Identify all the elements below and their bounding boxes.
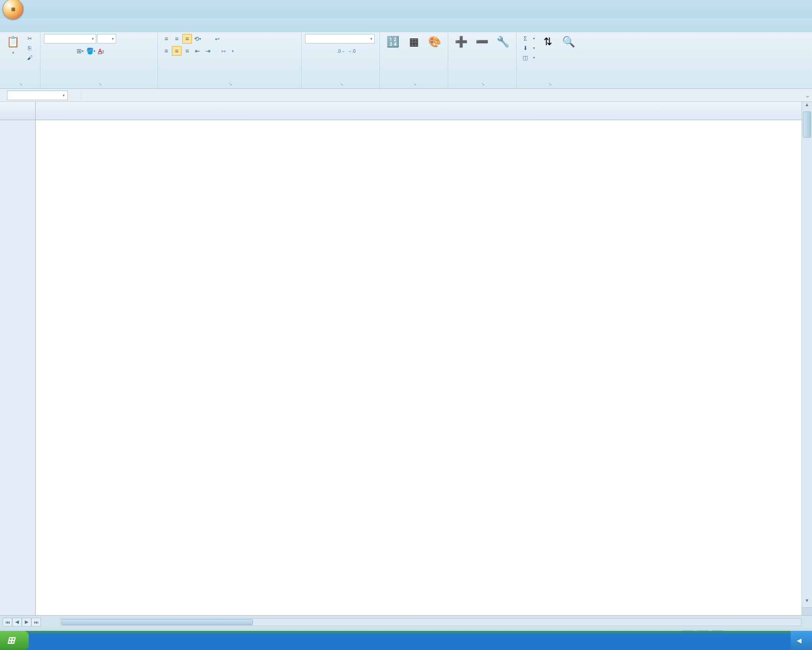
- window-controls: [772, 2, 809, 10]
- shrink-font-button[interactable]: [128, 34, 137, 44]
- align-left-button[interactable]: ≡: [161, 46, 171, 56]
- eraser-icon: ◫: [522, 54, 529, 61]
- cell-styles-button[interactable]: 🎨: [425, 34, 444, 51]
- group-number: ▾ .0→ →.0: [302, 32, 380, 88]
- fill-color-button[interactable]: 🪣▾: [86, 46, 95, 56]
- undo-icon[interactable]: [42, 4, 51, 14]
- italic-button[interactable]: [54, 46, 64, 56]
- percent-button[interactable]: [315, 46, 325, 56]
- name-box[interactable]: ▾: [7, 91, 68, 100]
- alignment-group-label: [161, 80, 298, 88]
- clipboard-group-label: [3, 80, 37, 88]
- minimize-button[interactable]: [772, 2, 782, 10]
- align-right-button[interactable]: ≡: [182, 46, 192, 56]
- format-as-table-button[interactable]: ▦: [404, 34, 423, 51]
- formula-input[interactable]: [81, 91, 802, 100]
- grow-font-button[interactable]: [117, 34, 127, 44]
- group-styles: 🔢 ▦ 🎨: [380, 32, 448, 88]
- border-button[interactable]: ⊞▾: [75, 46, 85, 56]
- paste-button[interactable]: 📋 ▾: [3, 34, 23, 56]
- expand-formula-bar-button[interactable]: ⌄: [802, 91, 812, 99]
- bold-button[interactable]: [44, 46, 54, 56]
- last-sheet-button[interactable]: ⏭: [31, 618, 41, 626]
- font-size-combo[interactable]: ▾: [97, 34, 116, 44]
- system-tray: ◀: [791, 631, 812, 650]
- increase-decimal-button[interactable]: .0→: [336, 46, 346, 56]
- sort-icon: ⇅: [541, 35, 555, 49]
- align-center-button[interactable]: ≡: [172, 46, 181, 56]
- cell-styles-icon: 🎨: [428, 35, 442, 49]
- wrap-text-button[interactable]: ↩: [212, 34, 224, 43]
- group-editing: Σ▾ ⬇▾ ◫▾ ⇅ 🔍: [517, 32, 582, 88]
- office-button[interactable]: ⊞: [3, 0, 23, 20]
- format-painter-button[interactable]: 🖌: [24, 53, 37, 62]
- format-cells-button[interactable]: 🔧: [493, 34, 513, 51]
- autosum-button[interactable]: Σ▾: [520, 34, 537, 43]
- find-select-button[interactable]: 🔍: [559, 34, 578, 51]
- first-sheet-button[interactable]: ⏮: [3, 618, 12, 626]
- new-icon[interactable]: [66, 4, 76, 14]
- brush-icon: 🖌: [26, 54, 33, 61]
- delete-cells-button[interactable]: ➖: [473, 34, 492, 51]
- scroll-thumb[interactable]: [803, 111, 811, 138]
- sheet-tab-bar: ⏮ ◀ ▶ ⏭: [0, 615, 812, 628]
- formula-bar: ▾ ⌄: [0, 89, 812, 102]
- cells-group-label: [452, 80, 513, 88]
- merge-center-button[interactable]: ⇿▾: [218, 47, 235, 55]
- fill-button[interactable]: ⬇▾: [520, 44, 537, 52]
- number-format-combo[interactable]: ▾: [305, 34, 375, 44]
- orientation-button[interactable]: ⟲▾: [193, 34, 202, 44]
- vertical-scrollbar[interactable]: ▲ ▼: [802, 102, 812, 615]
- align-top-button[interactable]: ≡: [161, 34, 171, 44]
- comma-button[interactable]: [326, 46, 336, 56]
- copy-button[interactable]: ⎘: [24, 44, 37, 52]
- close-button[interactable]: [798, 2, 809, 10]
- insert-icon: ➕: [454, 35, 468, 49]
- format-icon: 🔧: [496, 35, 510, 49]
- next-sheet-button[interactable]: ▶: [22, 618, 31, 626]
- sort-filter-button[interactable]: ⇅: [538, 34, 557, 51]
- quick-access-toolbar: [30, 4, 88, 14]
- cut-button[interactable]: ✂: [24, 34, 37, 43]
- decrease-indent-button[interactable]: ⇤: [193, 46, 202, 56]
- cond-fmt-icon: 🔢: [386, 35, 400, 49]
- select-all-corner[interactable]: [0, 102, 35, 120]
- horizontal-scrollbar[interactable]: [60, 618, 802, 626]
- scissors-icon: ✂: [26, 35, 33, 42]
- windows-taskbar: ⊞ ◀: [0, 631, 812, 650]
- fill-icon: ⬇: [522, 44, 529, 51]
- windows-logo-icon: ⊞: [7, 635, 15, 646]
- split-handle[interactable]: [802, 607, 812, 615]
- paste-icon: 📋: [6, 35, 20, 49]
- scroll-up-button[interactable]: ▲: [802, 102, 812, 111]
- font-name-combo[interactable]: ▾: [44, 34, 96, 44]
- editing-group-label: [520, 80, 578, 88]
- qat-more-icon[interactable]: [78, 4, 88, 14]
- row-headers: [0, 102, 36, 615]
- redo-icon[interactable]: [54, 4, 64, 14]
- save-icon[interactable]: [30, 4, 39, 14]
- currency-button[interactable]: [305, 46, 315, 56]
- hscroll-thumb[interactable]: [61, 619, 253, 625]
- font-color-button[interactable]: A▾: [96, 46, 106, 56]
- start-button[interactable]: ⊞: [0, 631, 29, 650]
- insert-cells-button[interactable]: ➕: [452, 34, 471, 51]
- scroll-down-button[interactable]: ▼: [802, 598, 812, 606]
- copy-icon: ⎘: [26, 44, 33, 51]
- tray-icon[interactable]: ◀: [797, 637, 802, 644]
- group-cells: ➕ ➖ 🔧: [448, 32, 517, 88]
- maximize-button[interactable]: [785, 2, 795, 10]
- align-bottom-button[interactable]: ≡: [182, 34, 192, 44]
- underline-button[interactable]: [65, 46, 74, 56]
- prev-sheet-button[interactable]: ◀: [12, 618, 22, 626]
- conditional-formatting-button[interactable]: 🔢: [383, 34, 403, 51]
- decrease-decimal-button[interactable]: →.0: [347, 46, 356, 56]
- titlebar: ⊞: [0, 0, 812, 18]
- increase-indent-button[interactable]: ⇥: [203, 46, 213, 56]
- table-icon: ▦: [407, 35, 421, 49]
- number-group-label: [305, 80, 376, 88]
- merge-icon: ⇿: [220, 47, 227, 54]
- align-middle-button[interactable]: ≡: [172, 34, 181, 44]
- clear-button[interactable]: ◫▾: [520, 53, 537, 62]
- group-clipboard: 📋 ▾ ✂ ⎘ 🖌: [0, 32, 40, 88]
